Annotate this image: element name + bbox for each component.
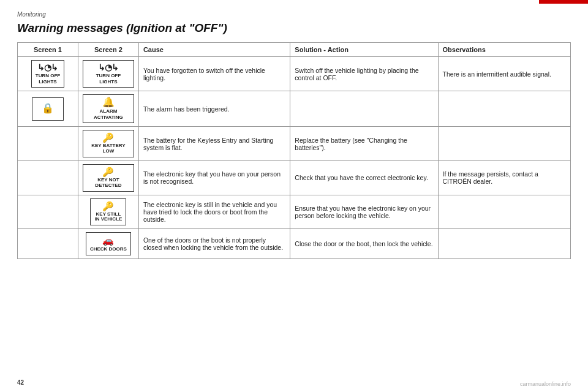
icon-label: TURN OFFLIGHTS bbox=[36, 73, 60, 85]
cause-cell: You have forgotten to switch off the veh… bbox=[138, 57, 290, 91]
icon-label: TURN OFF LIGHTS bbox=[87, 73, 130, 85]
table-row: 🚗 CHECK DOORS One of the doors or the bo… bbox=[18, 229, 571, 259]
screen1-cell bbox=[18, 160, 78, 195]
icon-box: 🔑 KEY BATTERY LOW bbox=[83, 130, 134, 157]
page-title: Warning messages (Ignition at "OFF") bbox=[17, 21, 571, 35]
alarm-icon: 🔒 bbox=[42, 104, 54, 113]
observation-cell: There is an intermittent audible signal. bbox=[438, 57, 571, 91]
icon-label: KEY BATTERY LOW bbox=[87, 143, 130, 154]
col-header-cause: Cause bbox=[138, 43, 290, 57]
cause-cell: The electronic key that you have on your… bbox=[138, 160, 290, 195]
col-header-screen1: Screen 1 bbox=[18, 43, 78, 57]
icon-box: 🔑 KEY NOT DETECTED bbox=[83, 164, 134, 192]
solution-cell: Ensure that you have the electronic key … bbox=[290, 195, 438, 229]
lights-icon: ↳◔↳ bbox=[37, 63, 58, 72]
table-row: ↳◔↳ TURN OFFLIGHTS ↳◔↳ TURN OFF LIGHTS Y… bbox=[18, 57, 571, 91]
observation-cell bbox=[438, 195, 571, 229]
table-row: 🔑 KEY STILLIN VEHICLE The electronic key… bbox=[18, 195, 571, 229]
screen1-cell bbox=[18, 127, 78, 161]
screen2-cell: 🔑 KEY STILLIN VEHICLE bbox=[78, 195, 138, 229]
screen2-cell: 🔑 KEY NOT DETECTED bbox=[78, 160, 138, 195]
table-row: 🔑 KEY BATTERY LOW The battery for the Ke… bbox=[18, 127, 571, 161]
table-row: 🔑 KEY NOT DETECTED The electronic key th… bbox=[18, 160, 571, 195]
table-row: 🔒 🔔 ALARM ACTIVATING The alarm has been … bbox=[18, 91, 571, 127]
car-door-icon: 🚗 bbox=[102, 236, 114, 245]
cause-cell: The alarm has been triggered. bbox=[138, 91, 290, 127]
screen2-cell: 🚗 CHECK DOORS bbox=[78, 229, 138, 259]
icon-label: KEY STILLIN VEHICLE bbox=[94, 212, 122, 223]
lights-icon: ↳◔↳ bbox=[98, 63, 118, 72]
cause-cell: One of the doors or the boot is not prop… bbox=[138, 229, 290, 259]
icon-box: 🚗 CHECK DOORS bbox=[86, 232, 131, 255]
screen2-cell: 🔑 KEY BATTERY LOW bbox=[78, 127, 138, 161]
icon-box: 🔔 ALARM ACTIVATING bbox=[83, 94, 134, 123]
observation-cell: If the message persists, contact a CITRO… bbox=[438, 160, 571, 195]
solution-cell: Check that you have the correct electron… bbox=[290, 160, 438, 195]
icon-box: ↳◔↳ TURN OFF LIGHTS bbox=[83, 60, 134, 88]
key-icon: 🔑 bbox=[102, 167, 114, 176]
icon-label: KEY NOT DETECTED bbox=[87, 178, 130, 189]
solution-cell bbox=[290, 91, 438, 127]
solution-cell: Close the door or the boot, then lock th… bbox=[290, 229, 438, 259]
icon-label: ALARM ACTIVATING bbox=[87, 108, 130, 120]
screen1-cell bbox=[18, 195, 78, 229]
screen2-cell: 🔔 ALARM ACTIVATING bbox=[78, 91, 138, 127]
solution-cell: Switch off the vehicle lighting by placi… bbox=[290, 57, 438, 91]
solution-cell: Replace the battery (see "Changing the b… bbox=[290, 127, 438, 161]
col-header-screen2: Screen 2 bbox=[78, 43, 138, 57]
screen1-cell bbox=[18, 229, 78, 259]
top-accent-bar bbox=[539, 0, 588, 4]
col-header-observations: Observations bbox=[438, 43, 571, 57]
observation-cell bbox=[438, 127, 571, 161]
key-icon: 🔑 bbox=[102, 202, 114, 211]
screen2-cell: ↳◔↳ TURN OFF LIGHTS bbox=[78, 57, 138, 91]
observation-cell bbox=[438, 91, 571, 127]
icon-box: 🔒 bbox=[32, 97, 64, 121]
section-label: Monitoring bbox=[17, 11, 571, 18]
observation-cell bbox=[438, 229, 571, 259]
screen1-cell: 🔒 bbox=[18, 91, 78, 127]
screen1-cell: ↳◔↳ TURN OFFLIGHTS bbox=[18, 57, 78, 91]
cause-cell: The electronic key is still in the vehic… bbox=[138, 195, 290, 229]
icon-box: ↳◔↳ TURN OFFLIGHTS bbox=[31, 60, 64, 88]
icon-box: 🔑 KEY STILLIN VEHICLE bbox=[90, 198, 126, 226]
alarm-activating-icon: 🔔 bbox=[102, 97, 115, 107]
cause-cell: The battery for the Keyless Entry and St… bbox=[138, 127, 290, 161]
warning-table: Screen 1 Screen 2 Cause Solution - Actio… bbox=[17, 42, 571, 259]
icon-label: CHECK DOORS bbox=[90, 246, 127, 252]
key-icon: 🔑 bbox=[102, 133, 114, 142]
col-header-solution: Solution - Action bbox=[290, 43, 438, 57]
